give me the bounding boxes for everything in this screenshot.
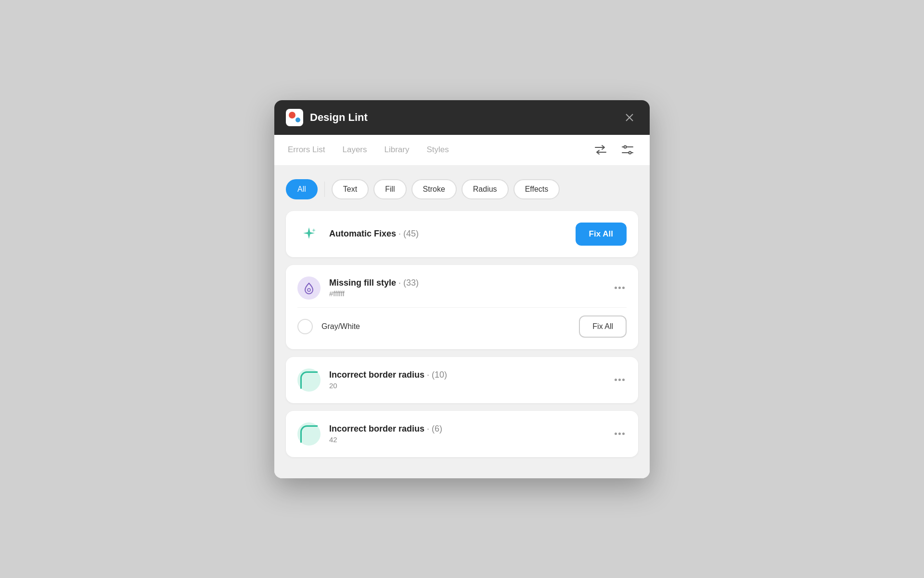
filter-bar: All Text Fill Stroke Radius Effects [286,179,638,199]
more-dot-1 [615,287,617,289]
nav-icons [592,141,636,158]
color-circle-white [297,319,313,334]
missing-fill-row-left: Gray/White [297,319,360,334]
border-radius-card-1: Incorrect border radius · (10) 20 [286,357,638,403]
more-dot-4 [615,379,617,381]
border-radius-1-subtitle: 20 [329,381,447,390]
border-radius-2-title: Incorrect border radius · (6) [329,424,442,434]
border-radius-1-left: Incorrect border radius · (10) 20 [297,368,447,392]
missing-fill-left: Missing fill style · (33) #ffffff [297,276,419,300]
app-icon [286,109,303,126]
sync-button[interactable] [592,141,609,158]
border-radius-2-icon [297,422,321,446]
auto-fix-card-left: Automatic Fixes · (45) [297,223,419,246]
radius-icon-2 [300,425,318,443]
more-dot-6 [622,379,625,381]
filter-divider [324,182,325,197]
border-radius-1-text: Incorrect border radius · (10) 20 [329,370,447,390]
border-radius-1-header: Incorrect border radius · (10) 20 [297,368,627,392]
nav-tabs: Errors List Layers Library Styles [288,143,449,157]
more-dot-9 [622,433,625,435]
content-area: All Text Fill Stroke Radius Effects [274,166,650,478]
app-icon-red-dot [289,112,295,118]
nav-bar: Errors List Layers Library Styles [274,135,650,166]
titlebar-left: Design Lint [286,109,368,126]
tab-errors-list[interactable]: Errors List [288,143,325,157]
auto-fix-title: Automatic Fixes · (45) [329,229,419,239]
border-radius-2-subtitle: 42 [329,435,442,444]
filter-radius[interactable]: Radius [462,179,509,199]
app-window: Design Lint Errors List Layers Library S… [274,100,650,478]
missing-fill-more-button[interactable] [613,285,627,291]
svg-point-8 [308,289,310,291]
missing-fill-header: Missing fill style · (33) #ffffff [297,276,627,300]
border-radius-2-header: Incorrect border radius · (6) 42 [297,422,627,446]
border-radius-1-title: Incorrect border radius · (10) [329,370,447,380]
close-button[interactable] [621,109,638,126]
card-divider [297,307,627,308]
border-radius-card-2: Incorrect border radius · (6) 42 [286,411,638,457]
border-radius-1-more-button[interactable] [613,377,627,383]
more-dot-5 [618,379,621,381]
missing-fill-subtitle: #ffffff [329,289,419,298]
border-radius-1-icon [297,368,321,392]
border-radius-2-left: Incorrect border radius · (6) 42 [297,422,442,446]
border-radius-1-count: · (10) [427,370,447,380]
titlebar: Design Lint [274,100,650,135]
missing-fill-fix-button[interactable]: Fix All [579,315,627,338]
border-radius-2-count: · (6) [427,424,442,434]
missing-fill-card: Missing fill style · (33) #ffffff Gray [286,265,638,349]
auto-fix-icon [297,223,321,246]
window-title: Design Lint [310,111,368,124]
auto-fix-card-header: Automatic Fixes · (45) Fix All [297,223,627,246]
missing-fill-row-label: Gray/White [321,322,360,331]
app-icon-inner [289,112,300,123]
more-dot-8 [618,433,621,435]
filter-button[interactable] [619,141,636,158]
auto-fix-count: · (45) [398,229,419,238]
missing-fill-title: Missing fill style · (33) [329,278,419,288]
missing-fill-text: Missing fill style · (33) #ffffff [329,278,419,298]
auto-fix-all-button[interactable]: Fix All [576,223,627,246]
filter-all[interactable]: All [286,179,318,199]
auto-fix-card: Automatic Fixes · (45) Fix All [286,211,638,257]
app-icon-blue-dot [295,118,300,122]
filter-stroke[interactable]: Stroke [411,179,457,199]
tab-layers[interactable]: Layers [342,143,367,157]
tab-library[interactable]: Library [385,143,410,157]
missing-fill-icon [297,276,321,300]
radius-icon-1 [300,371,318,389]
filter-fill[interactable]: Fill [373,179,406,199]
more-dot-2 [618,287,621,289]
more-dot-3 [622,287,625,289]
filter-text[interactable]: Text [332,179,369,199]
border-radius-2-more-button[interactable] [613,431,627,437]
more-dot-7 [615,433,617,435]
missing-fill-row: Gray/White Fix All [297,315,627,338]
border-radius-2-text: Incorrect border radius · (6) 42 [329,424,442,444]
missing-fill-count: · (33) [398,278,419,288]
tab-styles[interactable]: Styles [426,143,449,157]
auto-fix-text: Automatic Fixes · (45) [329,229,419,239]
filter-effects[interactable]: Effects [513,179,560,199]
